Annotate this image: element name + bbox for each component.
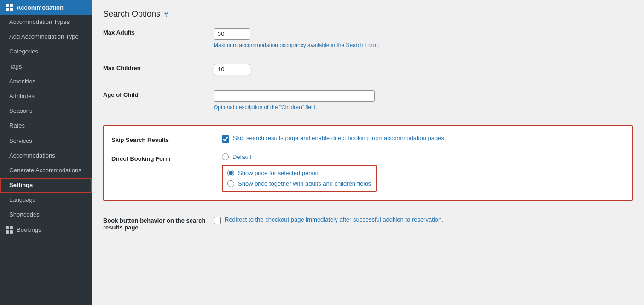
sidebar-item-generate-accommodations[interactable]: Generate Accommodations [0,163,92,178]
accommodation-icon [6,4,13,11]
max-adults-row: Max Adults Maximum accommodation occupan… [103,28,633,56]
sidebar-bookings-label: Bookings [17,226,41,233]
max-adults-input[interactable] [214,28,250,40]
sidebar-header-accommodation[interactable]: Accommodation [0,0,92,15]
skip-search-results-checkbox-label[interactable]: Skip search results page and enable dire… [233,135,446,141]
radio-show-price-adults-children[interactable] [227,180,234,187]
radio-show-price-period-row: Show price for selected period [227,170,371,176]
radio-default[interactable] [222,153,229,160]
skip-search-results-checkbox[interactable] [222,135,229,143]
age-of-child-input[interactable] [214,90,375,102]
radio-default-label[interactable]: Default [232,153,251,160]
sidebar-item-amenities[interactable]: Amenities [0,74,92,89]
max-children-row: Max Children [103,56,633,82]
book-button-checkbox-label[interactable]: Redirect to the checkout page immediatel… [225,216,443,223]
book-button-label: Book button behavior on the search resul… [103,216,214,231]
direct-booking-form-row: Direct Booking Form Default Show price f… [111,149,625,194]
bookings-icon [6,226,13,234]
skip-search-results-control: Skip search results page and enable dire… [222,135,625,143]
page-title-anchor[interactable]: # [164,11,168,18]
sidebar-item-services[interactable]: Services [0,134,92,148]
direct-booking-form-label: Direct Booking Form [111,153,222,162]
max-children-input[interactable] [214,64,250,75]
skip-search-results-checkbox-row: Skip search results page and enable dire… [222,135,625,143]
skip-search-results-row: Skip Search Results Skip search results … [111,132,625,149]
page-title: Search Options # [103,9,633,19]
skip-search-results-label: Skip Search Results [111,135,222,143]
sidebar-item-seasons[interactable]: Seasons [0,104,92,118]
radio-show-price-period[interactable] [227,170,234,176]
sidebar-item-settings[interactable]: Settings [0,178,92,193]
sidebar-item-shortcodes[interactable]: Shortcodes [0,207,92,222]
main-content: Search Options # Max Adults Maximum acco… [92,0,644,305]
book-button-row: Book button behavior on the search resul… [103,208,633,238]
max-adults-control: Maximum accommodation occupancy availabl… [214,28,633,48]
sidebar-item-attributes[interactable]: Attributes [0,89,92,104]
sidebar-item-add-accommodation-type[interactable]: Add Accommodation Type [0,29,92,44]
sidebar-item-accommodation-types[interactable]: Accommodation Types [0,15,92,29]
max-children-label: Max Children [103,64,214,71]
radio-default-row: Default [222,153,625,160]
age-of-child-control: Optional description of the "Children" f… [214,90,633,111]
book-button-control: Redirect to the checkout page immediatel… [214,216,633,224]
radio-show-price-adults-children-label[interactable]: Show price together with adults and chil… [238,180,371,187]
sidebar-header-label: Accommodation [17,4,64,11]
highlighted-section: Skip Search Results Skip search results … [103,125,633,201]
sidebar-bookings[interactable]: Bookings [0,223,92,237]
max-children-control [214,64,633,75]
max-adults-label: Max Adults [103,28,214,36]
age-of-child-label: Age of Child [103,90,214,98]
sidebar: Accommodation Accommodation Types Add Ac… [0,0,92,305]
radio-highlighted-box: Show price for selected period Show pric… [222,165,377,192]
sidebar-item-categories[interactable]: Categories [0,44,92,59]
sidebar-item-rates[interactable]: Rates [0,118,92,133]
age-of-child-help: Optional description of the "Children" f… [214,104,633,111]
max-adults-help: Maximum accommodation occupancy availabl… [214,42,633,48]
book-button-checkbox[interactable] [214,217,221,224]
sidebar-item-tags[interactable]: Tags [0,59,92,74]
age-of-child-row: Age of Child Optional description of the… [103,82,633,118]
radio-show-price-period-label[interactable]: Show price for selected period [238,170,319,176]
sidebar-item-accommodations[interactable]: Accommodations [0,148,92,163]
direct-booking-form-control: Default Show price for selected period S… [222,153,625,192]
radio-show-price-adults-children-row: Show price together with adults and chil… [227,180,371,187]
sidebar-item-language[interactable]: Language [0,193,92,207]
book-button-checkbox-row: Redirect to the checkout page immediatel… [214,216,633,224]
